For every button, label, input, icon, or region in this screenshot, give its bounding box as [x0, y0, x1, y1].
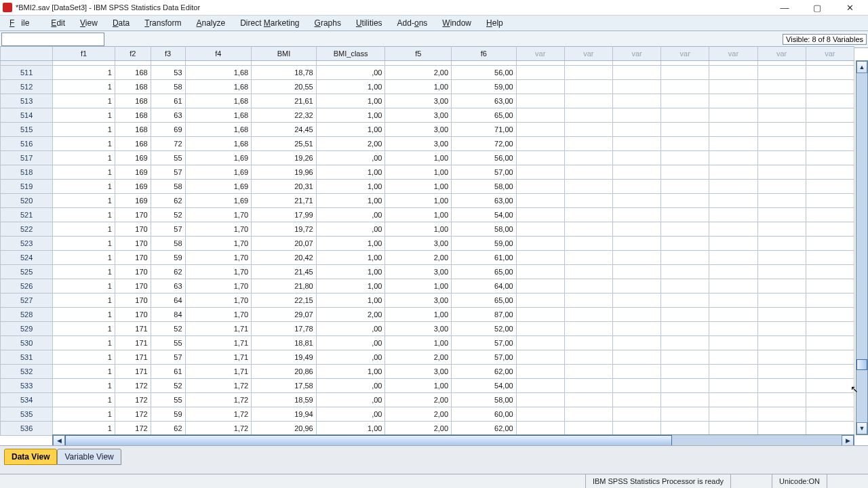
- cell[interactable]: [661, 336, 709, 350]
- cell[interactable]: 1,72: [185, 379, 252, 393]
- cell[interactable]: 2,00: [385, 393, 452, 407]
- cell[interactable]: 168: [115, 66, 151, 80]
- cell[interactable]: 87,00: [452, 308, 517, 322]
- data-grid[interactable]: f1 f2 f3 f4 BMI BMI_class f5 f6 var var …: [0, 46, 854, 436]
- cell[interactable]: [564, 322, 612, 336]
- table-row[interactable]: 5121168581,6820,551,001,0059,00: [1, 80, 854, 94]
- cell[interactable]: 172: [115, 379, 151, 393]
- cell[interactable]: [806, 180, 854, 194]
- cell[interactable]: 55: [151, 151, 185, 165]
- cell[interactable]: [564, 422, 612, 436]
- cell[interactable]: [661, 208, 709, 222]
- cell[interactable]: [516, 393, 564, 407]
- cell[interactable]: [564, 279, 612, 293]
- cell[interactable]: 62,00: [452, 365, 517, 379]
- cell[interactable]: 56,00: [452, 151, 517, 165]
- cell[interactable]: 1: [53, 208, 115, 222]
- menu-window[interactable]: Window: [435, 16, 478, 30]
- cell[interactable]: 57,00: [452, 336, 517, 350]
- cell[interactable]: [516, 407, 564, 422]
- cell[interactable]: [661, 66, 709, 80]
- tab-data-view[interactable]: Data View: [4, 449, 57, 465]
- cell[interactable]: 1,70: [185, 279, 252, 293]
- cell[interactable]: [709, 165, 757, 180]
- cell[interactable]: [564, 237, 612, 251]
- cell[interactable]: 1,70: [185, 208, 252, 222]
- cell[interactable]: 169: [115, 194, 151, 208]
- cell[interactable]: 1: [53, 108, 115, 123]
- cell[interactable]: [757, 293, 806, 308]
- cell[interactable]: [709, 66, 757, 80]
- cell[interactable]: [709, 137, 757, 151]
- cell[interactable]: [516, 108, 564, 123]
- cell[interactable]: [806, 94, 854, 108]
- cell[interactable]: 1,69: [185, 165, 252, 180]
- cell[interactable]: [516, 379, 564, 393]
- cell[interactable]: 1: [53, 336, 115, 350]
- cell[interactable]: 56,00: [452, 66, 517, 80]
- cell[interactable]: 58,00: [452, 180, 517, 194]
- cell[interactable]: [709, 194, 757, 208]
- cell[interactable]: [612, 108, 660, 123]
- cell[interactable]: [757, 66, 806, 80]
- scroll-track[interactable]: [856, 73, 867, 422]
- cell[interactable]: 1,00: [385, 379, 452, 393]
- table-row[interactable]: 5221170571,7019,72,001,0058,00: [1, 222, 854, 237]
- cell[interactable]: 1: [53, 66, 115, 80]
- cell[interactable]: 17,78: [252, 322, 317, 336]
- cell[interactable]: 20,42: [252, 251, 317, 265]
- cell[interactable]: 172: [115, 407, 151, 422]
- cell[interactable]: [806, 379, 854, 393]
- cell[interactable]: 1,70: [185, 251, 252, 265]
- cell[interactable]: 18,78: [252, 66, 317, 80]
- cell[interactable]: [757, 422, 806, 436]
- cell[interactable]: 1,00: [316, 237, 385, 251]
- cell[interactable]: [709, 293, 757, 308]
- cell[interactable]: 168: [115, 137, 151, 151]
- cell[interactable]: 1,00: [385, 194, 452, 208]
- scroll-up-button[interactable]: ▲: [856, 61, 867, 73]
- cell[interactable]: [709, 237, 757, 251]
- cell[interactable]: 1,68: [185, 66, 252, 80]
- cell[interactable]: 58,00: [452, 222, 517, 237]
- cell[interactable]: 1: [53, 123, 115, 137]
- cell[interactable]: 1: [53, 422, 115, 436]
- row-header[interactable]: 532: [1, 365, 53, 379]
- cell[interactable]: [661, 293, 709, 308]
- cell[interactable]: [661, 322, 709, 336]
- cell[interactable]: [806, 336, 854, 350]
- cell[interactable]: 1,00: [316, 251, 385, 265]
- cell[interactable]: 168: [115, 80, 151, 94]
- cell[interactable]: 58: [151, 80, 185, 94]
- col-header-f3[interactable]: f3: [151, 47, 185, 61]
- cell[interactable]: 170: [115, 308, 151, 322]
- cell[interactable]: [564, 66, 612, 80]
- table-row[interactable]: 5151168691,6824,451,003,0071,00: [1, 123, 854, 137]
- col-header-var[interactable]: var: [709, 47, 757, 61]
- cell[interactable]: [612, 94, 660, 108]
- cell[interactable]: 18,59: [252, 393, 317, 407]
- cell[interactable]: 21,45: [252, 265, 317, 279]
- cell[interactable]: 3,00: [385, 108, 452, 123]
- cell[interactable]: [564, 308, 612, 322]
- cell[interactable]: [709, 222, 757, 237]
- cell[interactable]: [612, 123, 660, 137]
- cell[interactable]: 62: [151, 265, 185, 279]
- cell[interactable]: 61,00: [452, 251, 517, 265]
- cell[interactable]: [757, 365, 806, 379]
- table-row[interactable]: 5291171521,7117,78,003,0052,00: [1, 322, 854, 336]
- cell[interactable]: 1,70: [185, 293, 252, 308]
- cell[interactable]: 1,68: [185, 94, 252, 108]
- cell[interactable]: [516, 365, 564, 379]
- cell[interactable]: 169: [115, 165, 151, 180]
- cell[interactable]: 1,00: [316, 180, 385, 194]
- cell[interactable]: [757, 350, 806, 365]
- table-row[interactable]: 5361172621,7220,961,002,0062,00: [1, 422, 854, 436]
- table-row[interactable]: 5341172551,7218,59,002,0058,00: [1, 393, 854, 407]
- row-header[interactable]: 523: [1, 237, 53, 251]
- cell[interactable]: 3,00: [385, 237, 452, 251]
- cell[interactable]: 1: [53, 137, 115, 151]
- cell[interactable]: 22,15: [252, 293, 317, 308]
- vertical-scrollbar[interactable]: ▲ ▼: [856, 60, 868, 435]
- cell[interactable]: [757, 379, 806, 393]
